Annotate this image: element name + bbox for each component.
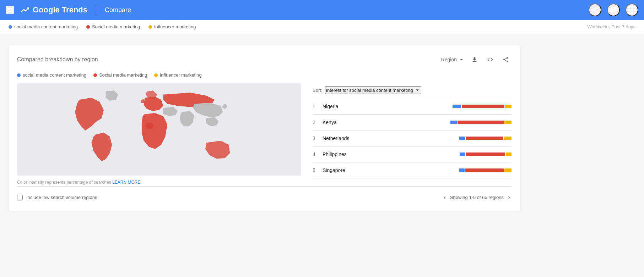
region-bars: [459, 168, 512, 172]
embed-button[interactable]: [485, 54, 496, 65]
header-actions: [589, 4, 638, 16]
region-name: Netherlands: [323, 135, 459, 141]
header-divider: [96, 5, 96, 15]
google-trends-logo: Google Trends: [20, 5, 87, 15]
bar-blue: [460, 153, 465, 156]
share-card-button[interactable]: [500, 54, 512, 65]
chevron-down-icon: [458, 56, 465, 63]
card-legend-item-1: social media content marketing: [17, 72, 86, 78]
card-legend-dot-3: [154, 73, 158, 77]
card-legend-item-2: Social media marketing: [93, 72, 147, 78]
legend-bar: social media content marketing Social me…: [0, 20, 644, 34]
low-volume-checkbox[interactable]: [17, 195, 23, 200]
legend-item-1: social media content marketing: [9, 24, 78, 29]
region-row: 1Nigeria: [313, 99, 512, 115]
region-name: Singapore: [323, 167, 459, 173]
bar-blue: [459, 168, 465, 172]
region-bars: [453, 105, 512, 108]
region-row: 5Singapore: [313, 162, 512, 178]
main-card: Compared breakdown by region Region soci…: [9, 45, 520, 211]
sort-chevron-icon: [414, 87, 421, 93]
bar-yellow: [504, 168, 512, 172]
compare-label: Compare: [105, 6, 131, 14]
bar-blue: [459, 137, 465, 140]
legend-dot-3: [148, 25, 152, 29]
sort-dropdown[interactable]: Interest for social media content market…: [325, 86, 421, 94]
bar-yellow: [505, 105, 512, 108]
region-dropdown[interactable]: Region: [441, 56, 465, 63]
date-range: Worldwide, Past 7 days: [587, 24, 635, 29]
header: Google Trends Compare: [0, 0, 644, 20]
bar-red: [462, 105, 504, 108]
download-button[interactable]: [469, 54, 480, 65]
sort-label: Sort:: [313, 88, 322, 93]
map-note: Color intensity represents percentage of…: [17, 180, 301, 185]
world-map-container[interactable]: [17, 83, 301, 176]
grid-icon: [628, 6, 636, 14]
region-rank: 5: [313, 167, 323, 173]
share-icon: [503, 56, 509, 63]
legend-item-2: Social media marketing: [86, 24, 140, 29]
card-legend-item-3: influencer marketing: [154, 72, 201, 78]
legend-dot-2: [86, 25, 90, 29]
card-legend-dot-2: [93, 73, 97, 77]
learn-more-link[interactable]: LEARN MORE: [112, 180, 140, 185]
legend-item-3: influencer marketing: [148, 24, 196, 29]
bar-yellow: [504, 121, 512, 124]
sort-bar: Sort: Interest for social media content …: [313, 83, 512, 97]
content-area: Color intensity represents percentage of…: [17, 83, 512, 185]
card-title: Compared breakdown by region: [17, 56, 98, 63]
legend-dot-1: [9, 25, 12, 29]
region-bars: [459, 137, 512, 140]
prev-page-button[interactable]: ‹: [442, 192, 447, 203]
bar-blue: [453, 105, 461, 108]
bar-red: [458, 121, 504, 124]
apps-button[interactable]: [626, 4, 638, 16]
gray-strip: [0, 34, 644, 45]
bar-yellow: [506, 153, 512, 156]
bar-red: [466, 137, 503, 140]
bar-red: [466, 153, 505, 156]
card-controls: Region: [441, 54, 512, 65]
region-name: Philippines: [323, 151, 460, 157]
region-name: Kenya: [323, 120, 450, 125]
world-map-svg: [17, 83, 301, 176]
region-name: Nigeria: [323, 104, 453, 109]
pagination: ‹ Showing 1-5 of 65 regions ›: [442, 192, 512, 203]
next-page-button[interactable]: ›: [507, 192, 512, 203]
region-row: 2Kenya: [313, 115, 512, 131]
card-legend: social media content marketing Social me…: [17, 72, 512, 78]
download-icon: [471, 56, 478, 63]
card-footer: Include low search volume regions ‹ Show…: [17, 186, 512, 203]
region-bars: [450, 121, 512, 124]
region-row: 4Philippines: [313, 146, 512, 162]
region-rank: 1: [313, 104, 323, 109]
card-header: Compared breakdown by region Region: [17, 54, 512, 65]
hamburger-menu-button[interactable]: [6, 6, 14, 14]
bar-red: [465, 168, 504, 172]
region-rows-container: 1Nigeria2Kenya3Netherlands4Philippines5S…: [313, 99, 512, 178]
region-rank: 2: [313, 120, 323, 125]
card-legend-dot-1: [17, 73, 21, 77]
pagination-text: Showing 1-5 of 65 regions: [450, 195, 504, 200]
region-rank: 3: [313, 135, 323, 141]
map-section: Color intensity represents percentage of…: [17, 83, 301, 185]
code-icon: [487, 56, 493, 63]
feedback-button[interactable]: [607, 4, 620, 16]
bar-yellow: [504, 137, 512, 140]
low-volume-checkbox-label[interactable]: Include low search volume regions: [17, 195, 97, 200]
table-section: Sort: Interest for social media content …: [313, 83, 512, 185]
region-bars: [460, 153, 512, 156]
share-button[interactable]: [589, 4, 601, 16]
region-rank: 4: [313, 151, 323, 157]
region-row: 3Netherlands: [313, 131, 512, 146]
bar-blue: [450, 121, 457, 124]
